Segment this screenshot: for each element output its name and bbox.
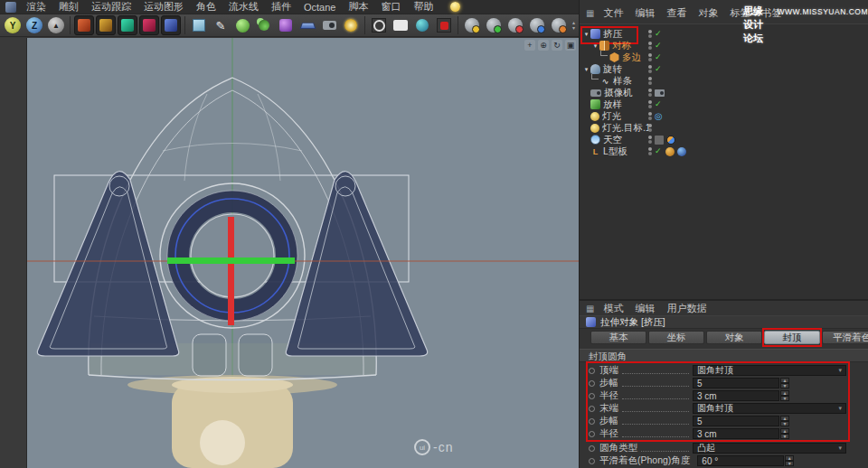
tab-caps[interactable]: 封顶 xyxy=(764,331,820,344)
end-radius-field[interactable]: 3 cm xyxy=(693,428,779,439)
menu-window[interactable]: 窗口 xyxy=(374,0,407,14)
workplane-icon[interactable]: ▲ xyxy=(46,15,66,35)
snap-icon-4[interactable] xyxy=(527,15,547,35)
menu-sculpt[interactable]: 雕刻 xyxy=(52,0,85,14)
anim-dot-icon[interactable] xyxy=(589,406,595,412)
anim-dot-icon[interactable] xyxy=(589,418,595,425)
snap-icon-5[interactable] xyxy=(549,15,569,35)
anim-dot-icon[interactable] xyxy=(589,380,595,387)
top-cap-select[interactable]: 圆角封顶▾ xyxy=(693,365,846,376)
snap-icon-2[interactable] xyxy=(484,15,504,35)
object-row-light[interactable]: 灯光 ◎ xyxy=(580,110,868,122)
end-radius-spinner[interactable]: ▴▾ xyxy=(780,428,789,439)
am-menu-mode[interactable]: 模式 xyxy=(598,302,628,315)
plugin-preset-icon-3[interactable] xyxy=(118,15,137,35)
menu-pipeline[interactable]: 流水线 xyxy=(222,0,265,14)
anim-dot-icon[interactable] xyxy=(589,445,595,452)
plugin-preset-icon-2[interactable] xyxy=(96,15,116,35)
anim-dot-icon[interactable] xyxy=(589,431,595,437)
object-row-ngon[interactable]: 多边 ✓ xyxy=(580,51,868,63)
object-label[interactable]: 天空 xyxy=(603,134,622,145)
cube-primitive-icon[interactable] xyxy=(189,15,209,35)
menu-script[interactable]: 脚本 xyxy=(342,0,374,14)
anim-dot-icon[interactable] xyxy=(589,458,595,464)
plugin-preset-icon-1[interactable] xyxy=(74,15,94,35)
end-steps-field[interactable]: 5 xyxy=(693,416,779,426)
object-row-lathe[interactable]: ▾ 旋转 ✓ xyxy=(580,63,868,75)
viewport[interactable]: + ⊕ ↻ ▣ ui -cn xyxy=(27,38,579,468)
object-label[interactable]: 灯光 xyxy=(602,110,621,122)
texture-sphere-tag-icon[interactable] xyxy=(677,147,686,156)
om-menu-view[interactable]: 查看 xyxy=(661,6,692,20)
expand-arrow-icon[interactable]: ▾ xyxy=(582,31,590,38)
object-label[interactable]: 摄像机 xyxy=(604,87,633,98)
end-cap-select[interactable]: 圆角封顶▾ xyxy=(693,403,846,414)
tab-object[interactable]: 对象 xyxy=(706,331,762,344)
object-label[interactable]: 旋转 xyxy=(603,63,622,75)
phong-tag-icon[interactable] xyxy=(665,147,675,156)
object-label[interactable]: L型板 xyxy=(603,145,627,157)
object-label[interactable]: 多边 xyxy=(622,51,641,63)
menu-mograph[interactable]: 运动图形 xyxy=(137,0,190,14)
object-row-spline[interactable]: ∿ 样条 xyxy=(580,75,868,87)
snap-icon-3[interactable] xyxy=(505,15,525,35)
enabled-check-icon[interactable]: ✓ xyxy=(655,51,663,63)
panel-grid-icon[interactable]: ▦ xyxy=(583,304,597,314)
generator-icon[interactable] xyxy=(254,15,274,35)
phong-angle-field[interactable]: 60 ° xyxy=(697,455,784,466)
phong-angle-spinner[interactable]: ▴▾ xyxy=(785,455,794,466)
camera-icon[interactable] xyxy=(319,15,339,35)
visibility-dots[interactable] xyxy=(648,136,652,144)
tab-phong[interactable]: 平滑着色 xyxy=(822,331,868,344)
om-menu-object[interactable]: 对象 xyxy=(693,6,723,20)
visibility-dots[interactable] xyxy=(648,124,652,132)
expand-arrow-icon[interactable]: ▾ xyxy=(582,66,590,73)
am-menu-userdata[interactable]: 用户数据 xyxy=(661,302,712,315)
top-steps-spinner[interactable]: ▴▾ xyxy=(780,378,789,388)
compositing-tag-icon[interactable] xyxy=(655,136,664,145)
enabled-check-icon[interactable]: ✓ xyxy=(655,145,663,157)
menu-character[interactable]: 角色 xyxy=(190,0,222,14)
interactive-render-icon[interactable] xyxy=(412,15,432,35)
snap-icon-1[interactable] xyxy=(462,15,482,35)
render-settings-icon[interactable] xyxy=(434,15,454,35)
object-label[interactable]: 放样 xyxy=(603,98,622,110)
end-steps-spinner[interactable]: ▴▾ xyxy=(780,416,789,426)
visibility-dots[interactable] xyxy=(648,65,652,73)
deformer-icon[interactable] xyxy=(276,15,296,35)
expand-arrow-icon[interactable]: ▾ xyxy=(591,42,599,50)
tab-basic[interactable]: 基本 xyxy=(590,331,646,344)
om-menu-file[interactable]: 文件 xyxy=(598,6,628,20)
rotate-view-icon[interactable]: ↻ xyxy=(552,40,562,51)
panel-grid-icon[interactable]: ▦ xyxy=(583,8,597,18)
enabled-check-icon[interactable]: ✓ xyxy=(655,40,663,51)
toggle-view-icon[interactable]: ▣ xyxy=(565,40,576,51)
menu-motion-tracking[interactable]: 运动跟踪 xyxy=(85,0,137,14)
enabled-check-icon[interactable]: ✓ xyxy=(655,28,663,40)
object-label[interactable]: 样条 xyxy=(613,75,632,87)
visibility-dots[interactable] xyxy=(648,100,652,108)
object-label[interactable]: 对称 xyxy=(612,40,631,51)
enabled-check-icon[interactable]: ✓ xyxy=(655,98,663,110)
top-radius-field[interactable]: 3 cm xyxy=(693,390,779,401)
am-menu-edit[interactable]: 编辑 xyxy=(629,302,660,315)
object-row-loft[interactable]: 放样 ✓ xyxy=(580,98,868,110)
object-row-lshape[interactable]: L L型板 ✓ xyxy=(580,145,868,157)
toolbar-overflow-icon[interactable]: ▴▾ xyxy=(572,20,575,31)
picture-viewer-icon[interactable] xyxy=(391,15,410,35)
fillet-type-select[interactable]: 凸起▾ xyxy=(693,443,846,454)
visibility-dots[interactable] xyxy=(648,42,652,50)
zoom-view-icon[interactable]: ⊕ xyxy=(538,40,549,51)
visibility-dots[interactable] xyxy=(648,89,652,97)
plugin-preset-icon-4[interactable] xyxy=(139,15,159,35)
plugin-preset-icon-5[interactable] xyxy=(161,15,181,35)
object-row-camera[interactable]: 摄像机 xyxy=(580,87,868,98)
object-label[interactable]: 挤压 xyxy=(603,28,622,40)
visibility-dots[interactable] xyxy=(648,77,652,85)
menu-plugins[interactable]: 插件 xyxy=(265,0,297,14)
object-label[interactable]: 灯光.目标.1 xyxy=(602,122,651,134)
visibility-dots[interactable] xyxy=(648,30,652,38)
object-row-light-target[interactable]: 灯光.目标.1 xyxy=(580,122,868,134)
visibility-dots[interactable] xyxy=(648,147,652,155)
menu-octane[interactable]: Octane xyxy=(297,2,342,13)
